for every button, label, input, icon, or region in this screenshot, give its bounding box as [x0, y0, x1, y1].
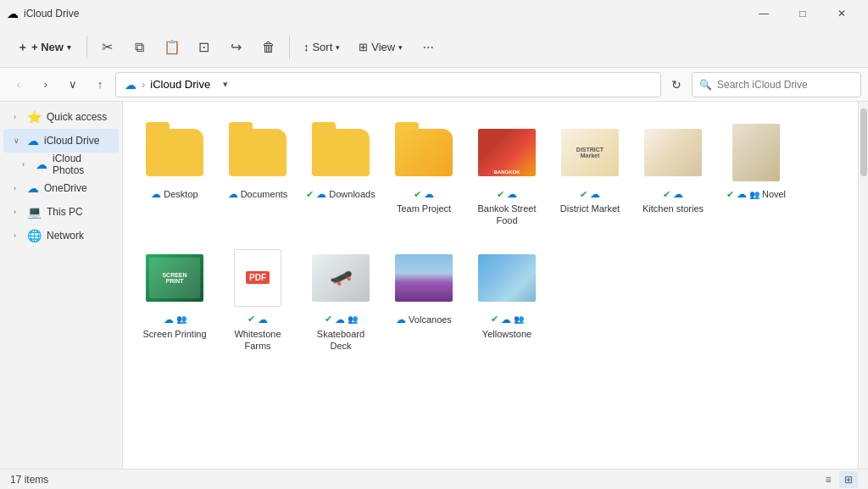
file-name-screen-printing: Screen Printing [142, 328, 206, 340]
network-icon: 🌐 [27, 229, 42, 242]
file-item-skateboard-deck[interactable]: 🛹 ✔ ☁ 👥 Skateboard Deck [303, 241, 379, 359]
file-thumb-volcanoes [393, 247, 454, 308]
new-label: + New [31, 41, 64, 53]
file-name-whitestone-farms: Whitestone Farms [223, 328, 292, 353]
expand-icon-pc: › [14, 208, 22, 216]
sidebar-label-icloud-photos: iCloud Photos [53, 153, 112, 176]
file-item-novel[interactable]: ✔ ☁ 👥 Novel [718, 115, 794, 234]
refresh-button[interactable]: ↻ [665, 73, 688, 97]
file-label-bankok: ✔ ☁ Bankok Street Food [472, 188, 542, 227]
file-label-team-project: ✔ ☁ Team Project [389, 188, 459, 214]
recent-button[interactable]: ∨ [61, 73, 85, 97]
file-label-desktop: ☁ Desktop [151, 188, 198, 200]
file-thumb-downloads [310, 122, 371, 183]
file-item-desktop[interactable]: ☁ Desktop [136, 115, 213, 234]
cloud-status-kitchen: ☁ [673, 188, 683, 200]
file-item-screen-printing[interactable]: SCREENPRINT ☁ 👥 Screen Printing [136, 241, 213, 359]
paste-button[interactable]: 📋 [157, 32, 187, 63]
delete-button[interactable]: 🗑 [253, 32, 284, 63]
file-name-district-market: District Market [560, 203, 620, 214]
sidebar-item-icloud-photos[interactable]: › ☁ iCloud Photos [3, 153, 119, 176]
search-icon: 🔍 [699, 79, 712, 91]
cloud-status-bankok: ☁ [507, 188, 517, 200]
copy-path-button[interactable]: ⊡ [189, 32, 220, 63]
file-label-screen-printing: ☁ 👥 Screen Printing [140, 314, 209, 340]
cloud-status-yellowstone: ☁ [501, 314, 511, 325]
address-dropdown[interactable]: ▾ [215, 72, 236, 97]
check-status-yellowstone: ✔ [491, 314, 498, 325]
view-toggle: ≡ ⊞ [819, 471, 858, 488]
cut-button[interactable]: ✂ [92, 32, 123, 63]
sidebar-item-this-pc[interactable]: › 💻 This PC [3, 200, 119, 224]
cloud-status-documents: ☁ [228, 188, 238, 200]
back-button[interactable]: ‹ [7, 73, 31, 97]
sidebar-label-quick-access: Quick access [47, 111, 112, 123]
expand-icon-onedrive: › [14, 184, 22, 192]
file-label-documents: ☁ Documents [228, 188, 288, 200]
path-cloud-icon: ☁ [125, 78, 136, 92]
more-button[interactable]: ··· [413, 32, 443, 63]
file-item-bankok[interactable]: ✔ ☁ Bankok Street Food [469, 115, 545, 234]
file-label-novel: ✔ ☁ 👥 Novel [726, 188, 786, 200]
file-item-kitchen-stories[interactable]: ✔ ☁ Kitchen stories [635, 115, 711, 234]
new-plus-icon: ＋ [17, 40, 28, 55]
shared-icon-screen-printing: 👥 [176, 314, 186, 324]
check-status-novel: ✔ [726, 189, 734, 200]
search-box: 🔍 [692, 72, 861, 97]
file-item-downloads[interactable]: ✔ ☁ Downloads [303, 115, 379, 234]
file-thumb-bankok [476, 122, 537, 183]
search-input[interactable] [717, 79, 854, 91]
maximize-button[interactable]: □ [783, 0, 822, 27]
up-button[interactable]: ↑ [88, 73, 112, 97]
shared-icon-yellowstone: 👥 [514, 314, 524, 324]
close-button[interactable]: ✕ [822, 0, 861, 27]
sidebar-item-quick-access[interactable]: › ⭐ Quick access [3, 105, 119, 129]
sidebar-label-network: Network [47, 230, 112, 242]
cloud-status-team-project: ☁ [424, 188, 434, 200]
file-name-yellowstone: Yellowstone [482, 328, 531, 340]
thumb-screenprint-img: SCREENPRINT [146, 254, 203, 302]
sidebar-item-icloud-drive[interactable]: ∨ ☁ iCloud Drive [3, 129, 119, 153]
list-view-button[interactable]: ≡ [819, 471, 837, 488]
path-separator: › [142, 78, 145, 91]
sidebar-item-onedrive[interactable]: › ☁ OneDrive [3, 176, 119, 200]
sidebar-label-onedrive: OneDrive [44, 182, 112, 194]
title-bar-left: ☁ iCloud Drive [7, 7, 79, 20]
file-item-team-project[interactable]: ✔ ☁ Team Project [386, 115, 462, 234]
copy-button[interactable]: ⧉ [125, 32, 155, 63]
address-bar: ‹ › ∨ ↑ ☁ › iCloud Drive ▾ ↻ 🔍 [0, 68, 868, 102]
shared-icon-novel: 👥 [749, 190, 760, 199]
move-button[interactable]: ↪ [221, 32, 252, 63]
minimize-button[interactable]: — [744, 0, 783, 27]
scrollbar-thumb[interactable] [860, 108, 867, 176]
view-label: View [371, 41, 395, 53]
expand-icon-photos: › [22, 160, 31, 169]
file-item-district-market[interactable]: DISTRICTMarket ✔ ☁ District Market [552, 115, 628, 234]
view-chevron: ▾ [398, 43, 403, 52]
address-path[interactable]: ☁ › iCloud Drive ▾ [115, 72, 661, 97]
grid-view-button[interactable]: ⊞ [839, 471, 858, 488]
file-thumb-team-project [393, 122, 454, 183]
view-button[interactable]: ⊞ View ▾ [350, 32, 411, 63]
cloud-icon-onedrive: ☁ [27, 181, 39, 195]
new-button[interactable]: ＋ + New ▾ [7, 31, 81, 64]
file-thumb-novel [726, 122, 787, 183]
file-label-kitchen-stories: ✔ ☁ Kitchen stories [638, 188, 708, 214]
file-item-volcanoes[interactable]: ☁ Volcanoes [386, 241, 462, 359]
title-bar-controls: — □ ✕ [744, 0, 861, 27]
file-item-whitestone-farms[interactable]: PDF ✔ ☁ Whitestone Farms [220, 241, 296, 359]
sidebar-item-network[interactable]: › 🌐 Network [3, 224, 119, 247]
scrollbar[interactable] [858, 102, 868, 469]
sort-chevron: ▾ [336, 43, 340, 52]
file-item-documents[interactable]: ☁ Documents [220, 115, 296, 234]
title-bar: ☁ iCloud Drive — □ ✕ [0, 0, 868, 27]
sort-button[interactable]: ↕ Sort ▾ [295, 32, 348, 63]
forward-button[interactable]: › [34, 73, 58, 97]
file-label-downloads: ✔ ☁ Downloads [306, 188, 375, 200]
file-label-skateboard-deck: ✔ ☁ 👥 Skateboard Deck [306, 314, 376, 353]
check-status-district: ✔ [580, 189, 587, 200]
pdf-badge: PDF [246, 271, 270, 284]
file-item-yellowstone[interactable]: ✔ ☁ 👥 Yellowstone [469, 241, 545, 359]
file-label-whitestone-farms: ✔ ☁ Whitestone Farms [223, 314, 292, 353]
file-thumb-desktop [144, 122, 205, 183]
